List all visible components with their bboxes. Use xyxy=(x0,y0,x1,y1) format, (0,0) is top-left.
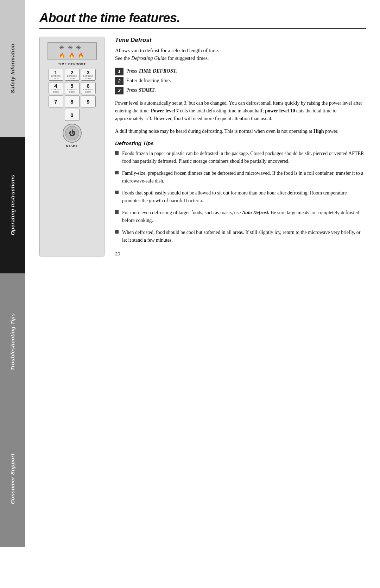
defrosting-tips-section: Defrosting Tips Foods frozen in paper or… xyxy=(115,140,366,244)
sidebar-section-empty xyxy=(0,547,25,588)
key-2[interactable]: 2 EXPRESS COOK xyxy=(65,69,80,81)
key-4[interactable]: 4 EXPRESS COOK xyxy=(49,82,63,94)
tip-1: Foods frozen in paper or plastic can be … xyxy=(115,150,366,165)
start-label: START xyxy=(66,144,78,148)
intro-line3: for suggested times. xyxy=(166,55,209,61)
page-title: About the time features. xyxy=(39,11,366,25)
body-text-1: Power level is automatically set at 3, b… xyxy=(115,99,366,123)
tip-2: Family-size, prepackaged frozen dinners … xyxy=(115,169,366,185)
step-1: 1 Press TIME DEFROST. xyxy=(115,67,366,75)
body-text-2: A dull thumping noise may be heard durin… xyxy=(115,128,366,135)
sidebar-section-operating: Operating Instructions xyxy=(0,137,25,273)
sidebar-label-consumer: Consumer Support xyxy=(10,453,15,504)
tip-3-text: Foods that spoil easily should not be al… xyxy=(122,189,366,205)
step-3: 3 Press START. xyxy=(115,86,366,94)
keypad-row-2: 4 EXPRESS COOK 5 EXPRESS COOK 6 EXPRESS … xyxy=(48,82,97,94)
time-defrost-panel-label: TIME DEFROST xyxy=(58,62,86,66)
tip-4: For more even defrosting of larger foods… xyxy=(115,209,366,224)
step-3-number: 3 xyxy=(115,87,124,94)
key-1[interactable]: 1 EXPRESS COOK xyxy=(49,69,63,81)
display-flames: 🔥 🔥 🔥 xyxy=(59,52,85,58)
tip-5: When defrosted, food should be cool but … xyxy=(115,229,366,244)
keypad-row-3: 7 8 9 xyxy=(48,95,97,107)
tip-2-text: Family-size, prepackaged frozen dinners … xyxy=(122,169,366,185)
start-button[interactable]: ⏻ xyxy=(63,124,82,143)
sidebar: Safety Information Operating Instruction… xyxy=(0,0,25,588)
display-content: ✳ ✳ ✳ 🔥 🔥 🔥 xyxy=(59,44,85,58)
tip-4-text: For more even defrosting of larger foods… xyxy=(122,209,366,224)
key-7[interactable]: 7 xyxy=(49,95,63,107)
intro-line2: See the xyxy=(115,55,131,61)
intro-line1: Allows you to defrost for a selected len… xyxy=(115,48,219,53)
step-3-text: Press START. xyxy=(126,86,156,94)
tip-1-text: Foods frozen in paper or plastic can be … xyxy=(122,150,366,165)
key-3[interactable]: 3 EXPRESS COOK xyxy=(81,69,96,81)
tip-3-bullet xyxy=(115,191,119,194)
page-number: 20 xyxy=(115,251,366,256)
start-inner-circle: ⏻ xyxy=(65,126,79,140)
display-dots: ✳ ✳ ✳ xyxy=(59,44,85,51)
step-1-text: Press TIME DEFROST. xyxy=(126,67,177,75)
sidebar-section-safety: Safety Information xyxy=(0,0,25,137)
tip-1-bullet xyxy=(115,151,119,155)
start-icon: ⏻ xyxy=(69,130,75,137)
tip-2-bullet xyxy=(115,171,119,174)
tip-3: Foods that spoil easily should not be al… xyxy=(115,189,366,205)
step-2: 2 Enter defrosting time. xyxy=(115,77,366,85)
main-content: About the time features. ✳ ✳ ✳ 🔥 🔥 🔥 TIM… xyxy=(25,0,380,588)
step-1-number: 1 xyxy=(115,68,124,75)
key-6[interactable]: 6 EXPRESS COOK xyxy=(81,82,96,94)
microwave-panel: ✳ ✳ ✳ 🔥 🔥 🔥 TIME DEFROST 1 EXPRESS COOK … xyxy=(39,37,104,256)
key-8[interactable]: 8 xyxy=(65,95,80,107)
step-2-text: Enter defrosting time. xyxy=(126,77,171,85)
display-area: ✳ ✳ ✳ 🔥 🔥 🔥 xyxy=(48,42,97,60)
key-0[interactable]: 0 xyxy=(65,109,80,121)
tips-heading: Defrosting Tips xyxy=(115,140,366,146)
title-divider xyxy=(39,28,366,29)
sidebar-label-safety: Safety Information xyxy=(10,44,15,93)
keypad-row-4: 0 xyxy=(48,109,97,121)
content-row: ✳ ✳ ✳ 🔥 🔥 🔥 TIME DEFROST 1 EXPRESS COOK … xyxy=(39,37,366,256)
key-5[interactable]: 5 EXPRESS COOK xyxy=(65,82,80,94)
key-9[interactable]: 9 xyxy=(81,95,96,107)
step-2-number: 2 xyxy=(115,77,124,85)
intro-text: Allows you to defrost for a selected len… xyxy=(115,47,366,62)
sidebar-label-operating: Operating Instructions xyxy=(10,175,15,235)
steps: 1 Press TIME DEFROST. 2 Enter defrosting… xyxy=(115,67,366,94)
keypad: 1 EXPRESS COOK 2 EXPRESS COOK 3 EXPRESS … xyxy=(48,69,97,121)
sidebar-section-consumer: Consumer Support xyxy=(0,410,25,547)
keypad-row-1: 1 EXPRESS COOK 2 EXPRESS COOK 3 EXPRESS … xyxy=(48,69,97,81)
time-defrost-heading: Time Defrost xyxy=(115,37,366,44)
sidebar-section-troubleshooting: Troubleshooting Tips xyxy=(0,273,25,410)
sidebar-label-troubleshooting: Troubleshooting Tips xyxy=(10,313,15,371)
text-content: Time Defrost Allows you to defrost for a… xyxy=(115,37,366,256)
tip-5-text: When defrosted, food should be cool but … xyxy=(122,229,366,244)
tip-4-bullet xyxy=(115,210,119,214)
intro-italic: Defrosting Guide xyxy=(131,55,167,61)
tip-5-bullet xyxy=(115,230,119,234)
